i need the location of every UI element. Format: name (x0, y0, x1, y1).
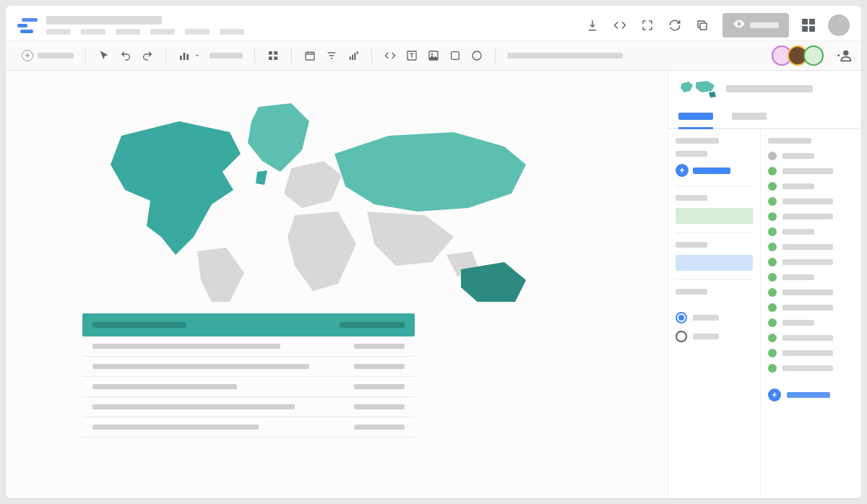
apps-icon[interactable] (802, 19, 815, 32)
available-field[interactable] (768, 212, 854, 221)
view-button[interactable] (722, 13, 789, 38)
plus-icon: + (768, 388, 781, 401)
available-fields-label (768, 138, 811, 144)
menu-item[interactable] (81, 29, 105, 35)
radio-option-2[interactable] (676, 331, 753, 342)
svg-marker-21 (709, 92, 716, 97)
chart-type-thumbnail-icon[interactable] (678, 78, 719, 100)
add-field-button[interactable]: + (768, 388, 854, 401)
url-embed-icon[interactable] (384, 49, 397, 62)
available-field[interactable] (768, 197, 854, 206)
data-control-icon[interactable] (347, 49, 360, 62)
panel-tabs (668, 107, 861, 129)
redo-icon[interactable] (141, 49, 154, 62)
field-name (782, 274, 814, 280)
header-actions (585, 13, 850, 38)
available-field[interactable] (768, 227, 854, 236)
field-name (782, 350, 833, 356)
svg-point-17 (473, 51, 481, 60)
available-field[interactable] (768, 182, 854, 191)
sort-field[interactable] (676, 255, 753, 271)
date-range-icon[interactable] (303, 49, 316, 62)
field-type-dot-icon (768, 152, 777, 160)
refresh-icon[interactable] (668, 18, 682, 32)
available-field[interactable] (768, 334, 854, 342)
tab-style[interactable] (732, 107, 767, 128)
toolbar: + (6, 40, 861, 71)
available-field[interactable] (768, 167, 854, 175)
menu-item[interactable] (150, 29, 175, 35)
download-icon[interactable] (585, 18, 600, 32)
menu-item[interactable] (46, 29, 71, 35)
region-africa (288, 212, 356, 291)
field-type-dot-icon (768, 167, 777, 175)
region-na-island (256, 170, 267, 185)
table-header-col1[interactable] (92, 322, 186, 328)
available-field[interactable] (768, 288, 854, 297)
embed-icon[interactable] (613, 18, 627, 32)
properties-panel: + (668, 71, 861, 498)
available-field[interactable] (768, 364, 854, 373)
available-field[interactable] (768, 349, 854, 357)
table-row[interactable] (82, 336, 415, 357)
field-name (782, 290, 833, 295)
table-row[interactable] (82, 417, 415, 438)
tab-data[interactable] (678, 107, 713, 129)
theme-layout-label[interactable] (507, 53, 623, 58)
fullscreen-icon[interactable] (640, 18, 655, 32)
community-viz-icon[interactable] (267, 49, 280, 62)
svg-rect-11 (352, 55, 353, 60)
text-icon[interactable] (405, 49, 418, 62)
radio-option-1[interactable] (676, 312, 753, 323)
field-type-dot-icon (768, 273, 777, 282)
table-row[interactable] (82, 377, 415, 397)
region-greenland (248, 103, 309, 172)
metric-field[interactable] (676, 208, 753, 224)
copy-icon[interactable] (695, 18, 709, 32)
circle-icon[interactable] (470, 49, 483, 62)
select-cursor-icon[interactable] (98, 49, 111, 62)
add-page-button[interactable]: + (22, 50, 74, 61)
plus-icon: + (676, 164, 689, 177)
table-row[interactable] (82, 357, 415, 377)
filter-control-icon[interactable] (325, 49, 338, 62)
field-type-dot-icon (768, 349, 777, 357)
add-chart-dropdown[interactable] (178, 49, 201, 62)
menu-item[interactable] (185, 29, 210, 35)
menu-item[interactable] (116, 29, 140, 35)
table-header-col2[interactable] (340, 322, 405, 328)
report-title[interactable] (46, 16, 162, 25)
available-field[interactable] (768, 258, 854, 266)
region-north-america (111, 121, 241, 255)
available-field[interactable] (768, 273, 854, 282)
available-field[interactable] (768, 152, 854, 160)
collaborators (776, 45, 824, 66)
region-south-america (197, 248, 244, 302)
field-type-dot-icon (768, 318, 777, 327)
available-field[interactable] (768, 318, 854, 327)
menu-item[interactable] (220, 29, 244, 35)
share-add-person-icon[interactable] (835, 47, 853, 64)
table-row[interactable] (82, 397, 415, 417)
collaborator-avatar[interactable] (803, 45, 824, 66)
data-table[interactable] (82, 313, 415, 438)
user-avatar[interactable] (828, 14, 850, 36)
available-field[interactable] (768, 303, 854, 312)
field-name (782, 168, 833, 174)
rectangle-icon[interactable] (449, 49, 462, 62)
panel-fields-column: + (761, 129, 861, 498)
panel-config-column: + (668, 129, 761, 498)
undo-icon[interactable] (119, 49, 132, 62)
svg-rect-9 (306, 52, 314, 60)
svg-rect-4 (186, 54, 189, 60)
table-cell (354, 404, 405, 409)
svg-marker-19 (681, 82, 693, 92)
field-type-dot-icon (768, 288, 777, 297)
dimension-chip[interactable]: + (676, 164, 753, 177)
geo-map-chart[interactable] (78, 92, 540, 302)
view-label (750, 22, 779, 28)
report-canvas[interactable] (6, 71, 668, 498)
image-icon[interactable] (427, 49, 440, 62)
available-field[interactable] (768, 243, 854, 251)
svg-rect-2 (180, 56, 182, 60)
